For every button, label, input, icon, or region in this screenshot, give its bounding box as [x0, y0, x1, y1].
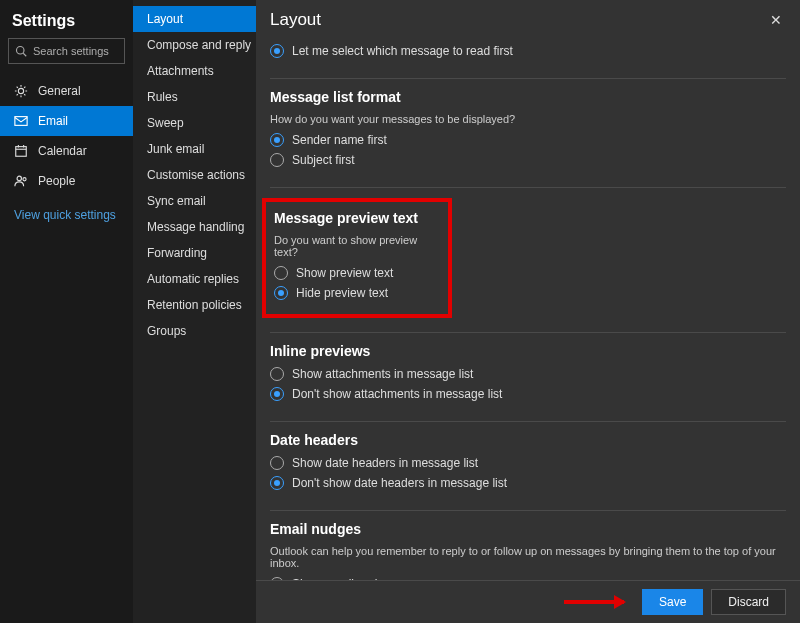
radio-icon — [270, 456, 284, 470]
nav-groups[interactable]: Groups — [133, 318, 256, 344]
nav-forwarding[interactable]: Forwarding — [133, 240, 256, 266]
footer-bar: Save Discard — [256, 580, 800, 623]
radio-hide-attachments[interactable]: Don't show attachments in message list — [270, 387, 786, 401]
radio-label: Sender name first — [292, 133, 387, 147]
settings-scroll[interactable]: Let me select which message to read firs… — [256, 38, 800, 580]
nav-sweep[interactable]: Sweep — [133, 110, 256, 136]
radio-icon — [274, 266, 288, 280]
radio-subject-first[interactable]: Subject first — [270, 153, 786, 167]
section-message-list-format: Message list format How do you want your… — [270, 79, 786, 188]
svg-rect-4 — [16, 147, 27, 157]
sidebar-item-label: People — [38, 174, 75, 188]
radio-icon — [270, 44, 284, 58]
highlight-annotation: Message preview text Do you want to show… — [262, 198, 452, 318]
radio-label: Hide preview text — [296, 286, 388, 300]
radio-hide-date-headers[interactable]: Don't show date headers in message list — [270, 476, 786, 490]
nav-compose-reply[interactable]: Compose and reply — [133, 32, 256, 58]
sidebar-item-calendar[interactable]: Calendar — [0, 136, 133, 166]
nav-message-handling[interactable]: Message handling — [133, 214, 256, 240]
page-title: Layout — [270, 10, 766, 30]
radio-label: Let me select which message to read firs… — [292, 44, 513, 58]
svg-point-2 — [18, 88, 23, 93]
radio-icon — [270, 367, 284, 381]
people-icon — [14, 174, 28, 188]
gear-icon — [14, 84, 28, 98]
radio-label: Show attachments in message list — [292, 367, 473, 381]
radio-show-attachments[interactable]: Show attachments in message list — [270, 367, 786, 381]
section-heading: Email nudges — [270, 521, 786, 537]
svg-rect-3 — [15, 117, 27, 126]
section-inline-previews: Inline previews Show attachments in mess… — [270, 333, 786, 422]
category-sidebar: Layout Compose and reply Attachments Rul… — [133, 0, 256, 623]
calendar-icon — [14, 144, 28, 158]
settings-title: Settings — [0, 8, 133, 38]
radio-show-preview[interactable]: Show preview text — [274, 266, 440, 280]
nav-customise-actions[interactable]: Customise actions — [133, 162, 256, 188]
settings-sidebar: Settings Search settings General Email C… — [0, 0, 133, 623]
nav-attachments[interactable]: Attachments — [133, 58, 256, 84]
svg-point-8 — [17, 176, 21, 180]
radio-icon — [270, 387, 284, 401]
sidebar-item-people[interactable]: People — [0, 166, 133, 196]
radio-label: Don't show date headers in message list — [292, 476, 507, 490]
radio-label: Show date headers in message list — [292, 456, 478, 470]
section-date-headers: Date headers Show date headers in messag… — [270, 422, 786, 511]
section-message-preview-text: Message preview text Do you want to show… — [270, 188, 786, 333]
mail-icon — [14, 114, 28, 128]
section-heading: Message list format — [270, 89, 786, 105]
radio-icon — [274, 286, 288, 300]
search-input[interactable]: Search settings — [8, 38, 125, 64]
section-desc: Outlook can help you remember to reply t… — [270, 545, 786, 569]
svg-point-0 — [17, 47, 25, 55]
radio-show-date-headers[interactable]: Show date headers in message list — [270, 456, 786, 470]
discard-button[interactable]: Discard — [711, 589, 786, 615]
radio-label: Don't show attachments in message list — [292, 387, 502, 401]
radio-label: Subject first — [292, 153, 355, 167]
nav-sync-email[interactable]: Sync email — [133, 188, 256, 214]
section-desc: Do you want to show preview text? — [274, 234, 440, 258]
nav-rules[interactable]: Rules — [133, 84, 256, 110]
nav-retention-policies[interactable]: Retention policies — [133, 292, 256, 318]
nav-layout[interactable]: Layout — [133, 6, 256, 32]
main-panel: Layout ✕ Let me select which message to … — [256, 0, 800, 623]
radio-label: Show preview text — [296, 266, 393, 280]
sidebar-item-label: Email — [38, 114, 68, 128]
search-icon — [15, 45, 27, 57]
nav-automatic-replies[interactable]: Automatic replies — [133, 266, 256, 292]
radio-icon — [270, 133, 284, 147]
sidebar-item-label: Calendar — [38, 144, 87, 158]
view-quick-settings-link[interactable]: View quick settings — [0, 196, 133, 234]
save-button[interactable]: Save — [642, 589, 703, 615]
sidebar-item-general[interactable]: General — [0, 76, 133, 106]
section-heading: Inline previews — [270, 343, 786, 359]
radio-sender-first[interactable]: Sender name first — [270, 133, 786, 147]
section-desc: How do you want your messages to be disp… — [270, 113, 786, 125]
svg-point-9 — [23, 178, 26, 181]
section-email-nudges: Email nudges Outlook can help you rememb… — [270, 511, 786, 580]
radio-icon — [270, 476, 284, 490]
search-placeholder: Search settings — [33, 45, 109, 57]
arrow-annotation — [564, 600, 624, 604]
section-heading: Message preview text — [274, 210, 440, 226]
svg-line-1 — [23, 53, 26, 56]
radio-icon — [270, 153, 284, 167]
radio-hide-preview[interactable]: Hide preview text — [274, 286, 440, 300]
radio-read-first[interactable]: Let me select which message to read firs… — [270, 44, 786, 58]
section-heading: Date headers — [270, 432, 786, 448]
nav-junk-email[interactable]: Junk email — [133, 136, 256, 162]
sidebar-item-email[interactable]: Email — [0, 106, 133, 136]
close-icon[interactable]: ✕ — [766, 8, 786, 32]
sidebar-item-label: General — [38, 84, 81, 98]
